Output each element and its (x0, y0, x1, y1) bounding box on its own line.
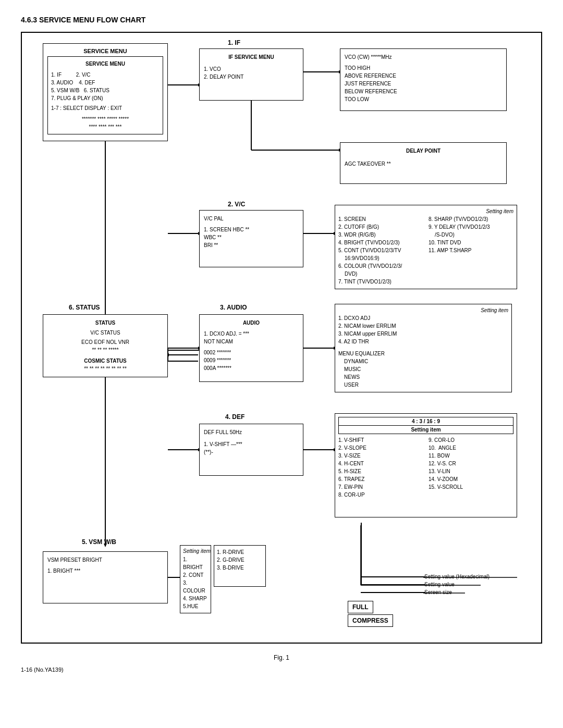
vc-setting-col2: 8. SHARP (TV/VDO1/2/3) 9. Y DELAY (TV/VD… (429, 215, 513, 286)
vsm-hue: 5.HUE (183, 602, 208, 610)
vc-status: V/C STATUS (47, 329, 163, 337)
vc-item-11: 11. AMP T.SHARP (429, 246, 513, 254)
def-setting-title: Setting item (338, 425, 513, 434)
service-menu-inner: SERVICE MENU 1. IF 2. V/C 3. AUDIO 4. DE… (47, 56, 163, 134)
horiz-line-def-upper (361, 576, 425, 577)
vc-item-6b: DVD) (338, 270, 423, 278)
vsm-colour: 3. COLOUR (183, 579, 208, 595)
audio-item-3: 3. NICAM upper ERRLIM (338, 330, 508, 338)
main-flow-box: SERVICE MENU SERVICE MENU 1. IF 2. V/C 3… (21, 32, 542, 644)
vco-box: VCO (CW) *****MHz TOO HIGH ABOVE REFEREN… (340, 48, 507, 111)
def-line1: DEF FULL 50Hz (204, 428, 299, 436)
vsm-line1: VSM PRESET BRIGHT (47, 556, 163, 564)
section-title: 4.6.3 SERVICE MENU FLOW CHART (21, 16, 542, 24)
eq-news: NEWS (338, 373, 508, 381)
vc-item-5b: 16:9/VDO16:9) (338, 254, 423, 262)
audio-item-4: 4. A2 ID THR (338, 338, 508, 346)
def-v-scroll: 15. V-SCROLL (429, 483, 513, 491)
audio-0009: 0009 ******* (204, 356, 299, 364)
stars1: ******* **** ***** ***** (51, 115, 160, 123)
menu-item-row2: 3. AUDIO 4. DEF (51, 79, 160, 87)
vco-line6: TOO LOW (345, 95, 502, 103)
vc-item-9b: /S-DVO) (429, 231, 513, 239)
def-bow: 11. BOW (429, 452, 513, 460)
audio-content: AUDIO 1. DCXO ADJ. = *** NOT NICAM 0002 … (204, 319, 299, 372)
def-h-size: 5. H-SIZE (338, 467, 423, 475)
vc-item-10: 10. TINT DVD (429, 239, 513, 246)
vsm-setting-title: Setting item (183, 548, 208, 554)
vc-content: V/C PAL 1. SCREEN HBC ** WBC ** BRI ** (204, 215, 299, 249)
def-ew-pin: 7. EW-PIN (338, 483, 423, 491)
vsm-drive-content: 1. R-DRIVE 2. G-DRIVE 3. B-DRIVE (217, 548, 263, 572)
vc-line2: 1. SCREEN HBC ** (204, 226, 299, 233)
vco-line1: VCO (CW) *****MHz (345, 53, 502, 61)
vsm-drive-box: 1. R-DRIVE 2. G-DRIVE 3. B-DRIVE (214, 545, 266, 587)
def-cor-up: 8. COR-UP (338, 491, 423, 499)
def-v-size: 3. V-SIZE (338, 452, 423, 460)
label-5vsm: 5. VSM W/B (82, 538, 116, 546)
vsm-b-drive: 3. B-DRIVE (217, 564, 263, 572)
cosmic-title: COSMIC STATUS (47, 357, 163, 365)
def-box: DEF FULL 50Hz 1. V-SHIFT —*** (**)- (199, 424, 303, 476)
status-box: STATUS V/C STATUS ECO EOF NOL VNR ** ** … (43, 314, 168, 377)
audio-nicam: NOT NICAM (204, 338, 299, 346)
status-title: STATUS (47, 319, 163, 327)
def-v-zoom: 14. V-ZOOM (429, 475, 513, 483)
eco-row: ECO EOF NOL VNR (47, 338, 163, 346)
def-line3: (**)- (204, 448, 299, 456)
vco-line2: TOO HIGH (345, 64, 502, 72)
vc-item-7: 7. TINT (TV/VDO1/2/3) (338, 278, 423, 286)
def-cor-lo: 9. COR-LO (429, 436, 513, 444)
label-6status: 6. STATUS (69, 304, 100, 311)
label-2vc: 2. V/C (228, 201, 245, 208)
horiz-line-def-lower (361, 584, 425, 585)
vco-line3: ABOVE REFERENCE (345, 72, 502, 80)
delay-box: DELAY POINT AGC TAKEOVER ** (340, 142, 507, 184)
def-v-slope: 2. V-SLOPE (338, 444, 423, 452)
if-delay: 2. DELAY POINT (204, 73, 299, 81)
label-1if: 1. IF (228, 39, 240, 46)
vco-content: VCO (CW) *****MHz TOO HIGH ABOVE REFEREN… (345, 53, 502, 103)
vc-item-8: 8. SHARP (TV/VDO1/2/3) (429, 215, 513, 223)
def-setting-cols: 1. V-SHIFT 2. V-SLOPE 3. V-SIZE 4. H-CEN… (338, 436, 513, 499)
vc-item-2: 2. CUTOFF (B/G) (338, 223, 423, 231)
vco-line5: BELOW REFERENCE (345, 88, 502, 95)
vc-item-9: 9. Y DELAY (TV/VDO1/2/3 (429, 223, 513, 231)
select-line: 1-7 : SELECT DISPLAY : EXIT (51, 104, 160, 112)
vc-item-3: 3. WDR (R/G/B) (338, 231, 423, 239)
audio-0002: 0002 ******* (204, 349, 299, 356)
audio-title: AUDIO (204, 319, 299, 327)
screen-full-box: FULL (348, 601, 373, 613)
def-vs-cr: 12. V-S. CR (429, 460, 513, 467)
service-menu-box: SERVICE MENU SERVICE MENU 1. IF 2. V/C 3… (43, 43, 168, 141)
audio-setting-content: 1. DCXO ADJ 2. NICAM lower ERRLIM 3. NIC… (338, 314, 508, 389)
vc-setting-box: Setting item 1. SCREEN 2. CUTOFF (B/G) 3… (335, 205, 517, 289)
def-angle: 10. ANGLE (429, 444, 513, 452)
def-ratio-header: 4 : 3 / 16 : 9 (338, 417, 513, 426)
menu-item-row1: 1. IF 2. V/C (51, 71, 160, 79)
vc-item-6: 6. COLOUR (TV/VDO1/2/3/ (338, 262, 423, 270)
page: 4.6.3 SERVICE MENU FLOW CHART (0, 0, 563, 688)
fig-caption: Fig. 1 (21, 654, 542, 661)
def-col2: 9. COR-LO 10. ANGLE 11. BOW 12. V-S. CR … (429, 436, 513, 499)
def-line2: 1. V-SHIFT —*** (204, 440, 299, 448)
service-menu-items: 1. IF 2. V/C 3. AUDIO 4. DEF 5. VSM W/B … (51, 71, 160, 102)
cosmic-stars: ** ** ** ** ** ** ** ** (47, 365, 163, 373)
label-4def: 4. DEF (225, 413, 244, 421)
vsm-content: VSM PRESET BRIGHT 1. BRIGHT *** (47, 556, 163, 575)
vsm-cont: 2. CONT (183, 571, 208, 579)
eq-music: MUSIC (338, 365, 508, 373)
vsm-bright: 1. BRIGHT (183, 556, 208, 571)
vc-setting-cols: 1. SCREEN 2. CUTOFF (B/G) 3. WDR (R/G/B)… (338, 215, 513, 286)
screen-size-area: FULL COMPRESS (348, 601, 393, 627)
def-h-cent: 4. H-CENT (338, 460, 423, 467)
if-menu-title: IF SERVICE MENU (204, 53, 299, 61)
audio-setting-label: Setting item (338, 307, 508, 313)
horiz-line-def-lowest (361, 592, 425, 593)
vsm-sharp: 4. SHARP (183, 595, 208, 602)
menu-item-row4: 7. PLUG & PLAY (ON) (51, 94, 160, 102)
service-menu-title: SERVICE MENU (47, 48, 163, 54)
vsm-box: VSM PRESET BRIGHT 1. BRIGHT *** (43, 551, 168, 603)
audio-box: AUDIO 1. DCXO ADJ. = *** NOT NICAM 0002 … (199, 314, 303, 382)
audio-dcxo: 1. DCXO ADJ. = *** (204, 330, 299, 338)
